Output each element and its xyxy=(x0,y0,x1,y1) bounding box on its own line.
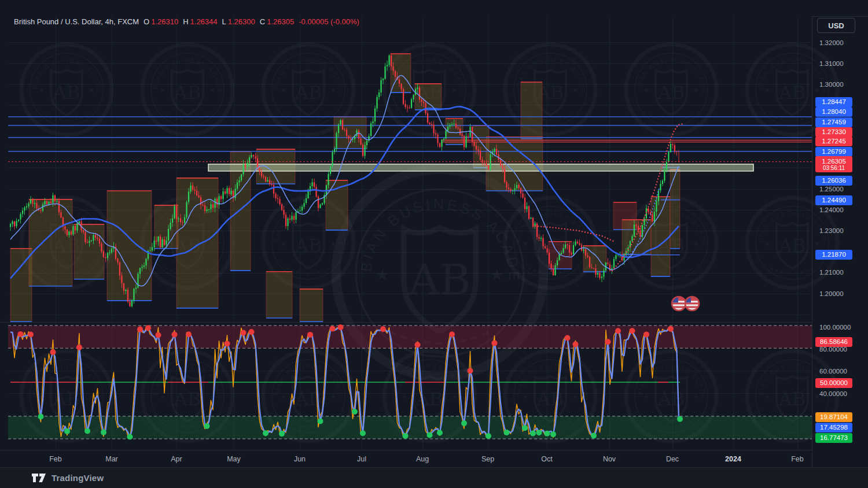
time-axis-label: Feb xyxy=(777,455,818,463)
price-scale[interactable]: 1.320001.310001.300001.250001.240001.230… xyxy=(812,16,868,468)
pane-separator[interactable] xyxy=(0,322,812,323)
low-value: 1.26300 xyxy=(228,17,255,26)
price-scale-label: 1.30000 xyxy=(819,80,844,89)
price-level-badge: 1.21870 xyxy=(815,250,852,260)
currency-pair-flags-icon xyxy=(672,297,699,310)
price-scale-label: 40.00000 xyxy=(819,389,847,398)
open-value: 1.26310 xyxy=(151,17,178,26)
current-price-badge: 1.2630503:56:11 xyxy=(815,156,852,172)
time-axis-label: Oct xyxy=(527,455,567,463)
time-axis-label: Nov xyxy=(589,455,630,463)
time-axis-label: Sep xyxy=(468,455,508,463)
change-value: -0.00005 (-0.00%) xyxy=(299,17,359,26)
price-level-badge: 1.28040 xyxy=(815,107,852,117)
chart-canvas[interactable]: ARABIAN BUSINESS ACADEMY ★ ★ AB xyxy=(0,0,868,488)
footer-bar: TradingView xyxy=(0,467,868,488)
price-level-badge: 1.24490 xyxy=(815,195,852,205)
price-level-badge: 50.00000 xyxy=(815,378,852,388)
close-label: C xyxy=(260,17,265,26)
time-axis-label: Dec xyxy=(652,455,693,463)
price-scale-label: 1.24000 xyxy=(819,205,844,215)
time-axis-label: Aug xyxy=(402,455,443,463)
price-level-badge: 1.28447 xyxy=(815,97,852,107)
price-level-badge: 17.45298 xyxy=(815,423,852,432)
open-label: O xyxy=(144,17,149,26)
high-label: H xyxy=(183,17,188,26)
time-axis-label: Mar xyxy=(91,455,132,463)
price-level-badge: 86.58646 xyxy=(815,337,852,347)
price-level-badge: 1.27245 xyxy=(815,136,852,146)
price-scale-label: 1.32000 xyxy=(819,38,844,47)
high-value: 1.26344 xyxy=(190,17,218,26)
time-axis-label: Jul xyxy=(341,455,382,463)
price-scale-label: 1.31000 xyxy=(819,59,844,68)
price-scale-label: 1.25000 xyxy=(819,184,844,194)
close-value: 1.26305 xyxy=(267,17,294,26)
tradingview-chart-window: ARABIAN BUSINESS ACADEMY ★ ★ AB British … xyxy=(0,0,868,488)
time-axis-label: Apr xyxy=(156,455,197,463)
tradingview-logo-icon[interactable] xyxy=(31,473,46,483)
price-scale-label: 100.00000 xyxy=(819,323,851,332)
time-axis-label: Jun xyxy=(279,455,320,463)
time-axis-label: May xyxy=(214,455,254,463)
currency-toggle-button[interactable]: USD xyxy=(817,18,855,33)
price-scale-label: 1.20000 xyxy=(819,289,844,298)
tradingview-brand-text[interactable]: TradingView xyxy=(52,473,104,483)
price-scale-label: 60.00000 xyxy=(819,367,847,376)
price-level-badge: 1.27459 xyxy=(815,117,852,127)
price-scale-label: 1.23000 xyxy=(819,226,844,235)
price-level-badge: 1.26036 xyxy=(815,176,852,186)
symbol-info-row[interactable]: British Pound / U.S. Dollar, 4h, FXCM O … xyxy=(14,17,359,26)
price-level-badge: 19.87104 xyxy=(815,412,852,422)
price-level-badge: 1.27330 xyxy=(815,127,852,137)
time-axis-label: 2024 xyxy=(713,455,753,463)
price-scale-label: 1.21000 xyxy=(819,268,844,277)
symbol-title: British Pound / U.S. Dollar, 4h, FXCM xyxy=(14,17,139,26)
low-label: L xyxy=(222,17,226,26)
price-level-badge: 16.77473 xyxy=(815,433,852,443)
time-axis[interactable]: FebMarAprMayJunJulAugSepOctNovDec2024Feb xyxy=(0,450,812,468)
price-level-badge: 1.26799 xyxy=(815,147,852,157)
time-axis-label: Feb xyxy=(35,455,76,463)
